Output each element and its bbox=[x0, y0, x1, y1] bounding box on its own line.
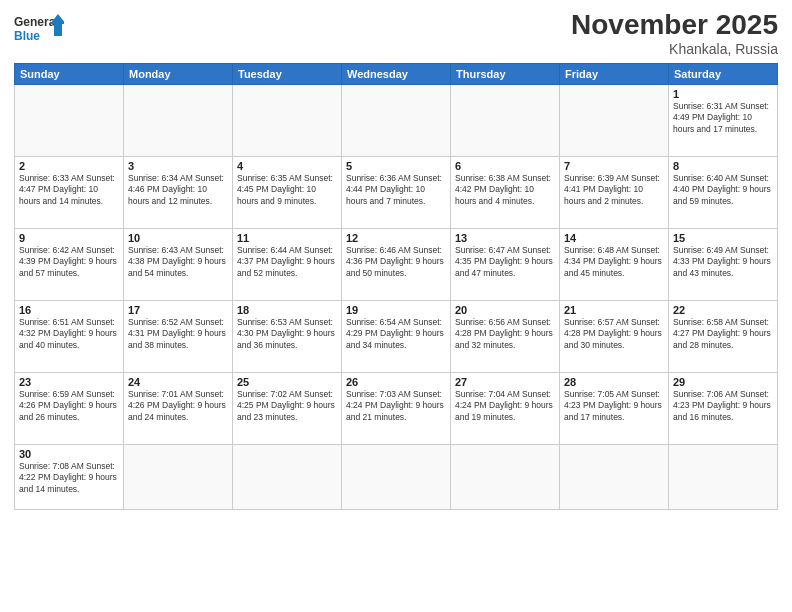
table-row bbox=[233, 444, 342, 509]
day-number: 4 bbox=[237, 160, 337, 172]
table-row: 16Sunrise: 6:51 AM Sunset: 4:32 PM Dayli… bbox=[15, 300, 124, 372]
day-info: Sunrise: 6:46 AM Sunset: 4:36 PM Dayligh… bbox=[346, 245, 446, 279]
table-row: 19Sunrise: 6:54 AM Sunset: 4:29 PM Dayli… bbox=[342, 300, 451, 372]
day-info: Sunrise: 6:42 AM Sunset: 4:39 PM Dayligh… bbox=[19, 245, 119, 279]
table-row bbox=[669, 444, 778, 509]
calendar-header-row: Sunday Monday Tuesday Wednesday Thursday… bbox=[15, 63, 778, 84]
location: Khankala, Russia bbox=[571, 41, 778, 57]
day-info: Sunrise: 6:59 AM Sunset: 4:26 PM Dayligh… bbox=[19, 389, 119, 423]
day-info: Sunrise: 7:02 AM Sunset: 4:25 PM Dayligh… bbox=[237, 389, 337, 423]
table-row bbox=[233, 84, 342, 156]
day-info: Sunrise: 6:35 AM Sunset: 4:45 PM Dayligh… bbox=[237, 173, 337, 207]
day-number: 12 bbox=[346, 232, 446, 244]
table-row: 7Sunrise: 6:39 AM Sunset: 4:41 PM Daylig… bbox=[560, 156, 669, 228]
table-row: 26Sunrise: 7:03 AM Sunset: 4:24 PM Dayli… bbox=[342, 372, 451, 444]
day-number: 26 bbox=[346, 376, 446, 388]
calendar-week-1: 1Sunrise: 6:31 AM Sunset: 4:49 PM Daylig… bbox=[15, 84, 778, 156]
day-info: Sunrise: 6:44 AM Sunset: 4:37 PM Dayligh… bbox=[237, 245, 337, 279]
table-row bbox=[124, 444, 233, 509]
day-info: Sunrise: 6:48 AM Sunset: 4:34 PM Dayligh… bbox=[564, 245, 664, 279]
table-row: 22Sunrise: 6:58 AM Sunset: 4:27 PM Dayli… bbox=[669, 300, 778, 372]
svg-text:Blue: Blue bbox=[14, 29, 40, 43]
day-info: Sunrise: 6:36 AM Sunset: 4:44 PM Dayligh… bbox=[346, 173, 446, 207]
day-number: 13 bbox=[455, 232, 555, 244]
table-row: 17Sunrise: 6:52 AM Sunset: 4:31 PM Dayli… bbox=[124, 300, 233, 372]
table-row bbox=[451, 84, 560, 156]
page: General Blue November 2025 Khankala, Rus… bbox=[0, 0, 792, 612]
calendar-week-5: 23Sunrise: 6:59 AM Sunset: 4:26 PM Dayli… bbox=[15, 372, 778, 444]
day-number: 27 bbox=[455, 376, 555, 388]
calendar-week-3: 9Sunrise: 6:42 AM Sunset: 4:39 PM Daylig… bbox=[15, 228, 778, 300]
table-row: 8Sunrise: 6:40 AM Sunset: 4:40 PM Daylig… bbox=[669, 156, 778, 228]
table-row: 23Sunrise: 6:59 AM Sunset: 4:26 PM Dayli… bbox=[15, 372, 124, 444]
day-info: Sunrise: 6:51 AM Sunset: 4:32 PM Dayligh… bbox=[19, 317, 119, 351]
day-number: 7 bbox=[564, 160, 664, 172]
table-row: 21Sunrise: 6:57 AM Sunset: 4:28 PM Dayli… bbox=[560, 300, 669, 372]
table-row: 4Sunrise: 6:35 AM Sunset: 4:45 PM Daylig… bbox=[233, 156, 342, 228]
day-number: 19 bbox=[346, 304, 446, 316]
day-number: 22 bbox=[673, 304, 773, 316]
table-row: 30Sunrise: 7:08 AM Sunset: 4:22 PM Dayli… bbox=[15, 444, 124, 509]
col-wednesday: Wednesday bbox=[342, 63, 451, 84]
day-number: 2 bbox=[19, 160, 119, 172]
table-row bbox=[342, 84, 451, 156]
day-info: Sunrise: 7:04 AM Sunset: 4:24 PM Dayligh… bbox=[455, 389, 555, 423]
calendar: Sunday Monday Tuesday Wednesday Thursday… bbox=[14, 63, 778, 510]
day-info: Sunrise: 6:52 AM Sunset: 4:31 PM Dayligh… bbox=[128, 317, 228, 351]
logo: General Blue bbox=[14, 10, 64, 50]
col-sunday: Sunday bbox=[15, 63, 124, 84]
day-number: 29 bbox=[673, 376, 773, 388]
table-row: 28Sunrise: 7:05 AM Sunset: 4:23 PM Dayli… bbox=[560, 372, 669, 444]
table-row bbox=[124, 84, 233, 156]
col-thursday: Thursday bbox=[451, 63, 560, 84]
day-info: Sunrise: 7:03 AM Sunset: 4:24 PM Dayligh… bbox=[346, 389, 446, 423]
day-info: Sunrise: 6:49 AM Sunset: 4:33 PM Dayligh… bbox=[673, 245, 773, 279]
day-number: 10 bbox=[128, 232, 228, 244]
table-row: 6Sunrise: 6:38 AM Sunset: 4:42 PM Daylig… bbox=[451, 156, 560, 228]
day-info: Sunrise: 6:43 AM Sunset: 4:38 PM Dayligh… bbox=[128, 245, 228, 279]
table-row: 5Sunrise: 6:36 AM Sunset: 4:44 PM Daylig… bbox=[342, 156, 451, 228]
table-row: 15Sunrise: 6:49 AM Sunset: 4:33 PM Dayli… bbox=[669, 228, 778, 300]
day-info: Sunrise: 6:58 AM Sunset: 4:27 PM Dayligh… bbox=[673, 317, 773, 351]
table-row: 24Sunrise: 7:01 AM Sunset: 4:26 PM Dayli… bbox=[124, 372, 233, 444]
day-info: Sunrise: 6:34 AM Sunset: 4:46 PM Dayligh… bbox=[128, 173, 228, 207]
day-number: 25 bbox=[237, 376, 337, 388]
table-row: 9Sunrise: 6:42 AM Sunset: 4:39 PM Daylig… bbox=[15, 228, 124, 300]
table-row: 13Sunrise: 6:47 AM Sunset: 4:35 PM Dayli… bbox=[451, 228, 560, 300]
table-row: 12Sunrise: 6:46 AM Sunset: 4:36 PM Dayli… bbox=[342, 228, 451, 300]
day-info: Sunrise: 7:01 AM Sunset: 4:26 PM Dayligh… bbox=[128, 389, 228, 423]
day-number: 15 bbox=[673, 232, 773, 244]
day-number: 11 bbox=[237, 232, 337, 244]
day-number: 20 bbox=[455, 304, 555, 316]
title-block: November 2025 Khankala, Russia bbox=[571, 10, 778, 57]
header: General Blue November 2025 Khankala, Rus… bbox=[14, 10, 778, 57]
table-row: 29Sunrise: 7:06 AM Sunset: 4:23 PM Dayli… bbox=[669, 372, 778, 444]
day-info: Sunrise: 6:54 AM Sunset: 4:29 PM Dayligh… bbox=[346, 317, 446, 351]
table-row bbox=[560, 444, 669, 509]
day-info: Sunrise: 6:40 AM Sunset: 4:40 PM Dayligh… bbox=[673, 173, 773, 207]
day-number: 16 bbox=[19, 304, 119, 316]
day-number: 8 bbox=[673, 160, 773, 172]
day-number: 24 bbox=[128, 376, 228, 388]
day-info: Sunrise: 6:53 AM Sunset: 4:30 PM Dayligh… bbox=[237, 317, 337, 351]
col-tuesday: Tuesday bbox=[233, 63, 342, 84]
day-info: Sunrise: 7:08 AM Sunset: 4:22 PM Dayligh… bbox=[19, 461, 119, 495]
month-title: November 2025 bbox=[571, 10, 778, 41]
col-friday: Friday bbox=[560, 63, 669, 84]
table-row bbox=[560, 84, 669, 156]
table-row: 27Sunrise: 7:04 AM Sunset: 4:24 PM Dayli… bbox=[451, 372, 560, 444]
table-row: 2Sunrise: 6:33 AM Sunset: 4:47 PM Daylig… bbox=[15, 156, 124, 228]
day-info: Sunrise: 6:39 AM Sunset: 4:41 PM Dayligh… bbox=[564, 173, 664, 207]
day-number: 1 bbox=[673, 88, 773, 100]
day-info: Sunrise: 6:38 AM Sunset: 4:42 PM Dayligh… bbox=[455, 173, 555, 207]
day-info: Sunrise: 7:06 AM Sunset: 4:23 PM Dayligh… bbox=[673, 389, 773, 423]
table-row bbox=[451, 444, 560, 509]
table-row bbox=[342, 444, 451, 509]
logo-svg: General Blue bbox=[14, 10, 64, 50]
table-row: 1Sunrise: 6:31 AM Sunset: 4:49 PM Daylig… bbox=[669, 84, 778, 156]
day-number: 30 bbox=[19, 448, 119, 460]
day-number: 9 bbox=[19, 232, 119, 244]
col-monday: Monday bbox=[124, 63, 233, 84]
day-number: 3 bbox=[128, 160, 228, 172]
table-row: 14Sunrise: 6:48 AM Sunset: 4:34 PM Dayli… bbox=[560, 228, 669, 300]
